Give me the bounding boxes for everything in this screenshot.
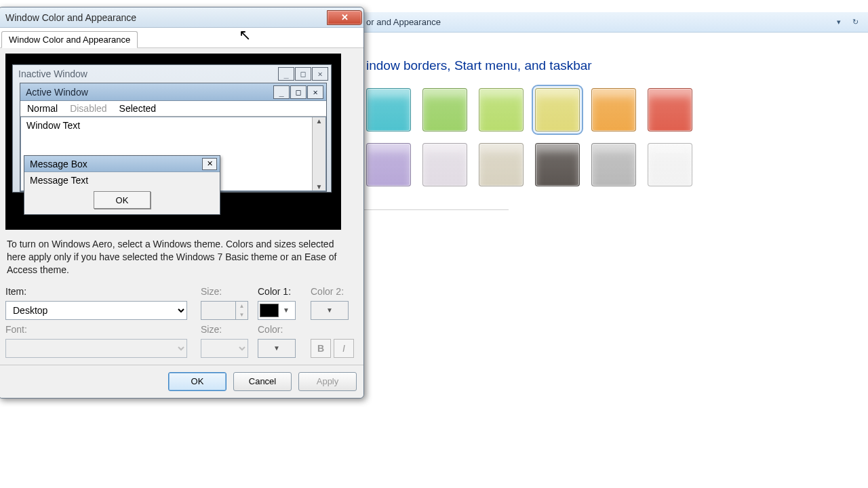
spin-down-icon: ▼: [236, 310, 248, 319]
refresh-icon[interactable]: ↻: [848, 16, 863, 28]
tab-appearance[interactable]: Window Color and Appearance: [1, 31, 138, 48]
active-window-title: Active Window: [26, 87, 88, 98]
msgbox-ok-button: OK: [94, 191, 151, 209]
dialog-titlebar[interactable]: Window Color and Appearance ✕: [0, 7, 363, 28]
menu-disabled: Disabled: [70, 103, 106, 114]
preview-active-window: Active Window _ □ ✕ Normal Disabled Sele…: [20, 83, 327, 192]
chevron-down-icon: ▼: [260, 344, 294, 352]
close-icon: ✕: [202, 158, 217, 170]
color-swatch[interactable]: [591, 88, 636, 131]
color-label: Color:: [258, 324, 305, 335]
dropdown-icon[interactable]: ▾: [831, 16, 846, 28]
item-label: Item:: [5, 286, 195, 297]
control-panel-title: or and Appearance: [366, 17, 441, 27]
color-swatch[interactable]: [479, 88, 524, 131]
scroll-down-icon: ▼: [316, 183, 323, 190]
menu-selected: Selected: [119, 103, 156, 114]
color-swatch[interactable]: [648, 88, 692, 131]
size2-label: Size:: [201, 324, 252, 335]
size-input: [201, 302, 235, 319]
color-swatch[interactable]: [366, 143, 411, 186]
item-combo[interactable]: Desktop: [5, 301, 187, 320]
color-swatch[interactable]: [479, 143, 524, 186]
msgbox-text: Message Text: [24, 172, 220, 191]
chevron-down-icon: ▼: [279, 306, 294, 314]
ok-button[interactable]: OK: [168, 372, 226, 391]
menu-normal: Normal: [27, 103, 58, 114]
minimize-icon: _: [278, 67, 294, 81]
preview-message-box: Message Box ✕ Message Text OK: [24, 155, 220, 215]
font-label: Font:: [5, 324, 195, 335]
font-size-combo: [201, 339, 248, 358]
color-swatch[interactable]: [366, 88, 411, 131]
font-color-picker: ▼: [258, 339, 296, 358]
color-swatch-grid: [366, 88, 732, 186]
cancel-button[interactable]: Cancel: [233, 372, 292, 391]
color1-picker[interactable]: ▼: [258, 301, 296, 320]
apply-button[interactable]: Apply: [298, 372, 357, 391]
tab-strip: Window Color and Appearance: [0, 28, 363, 48]
color-swatch[interactable]: [422, 143, 467, 186]
scroll-up-icon: ▲: [316, 117, 323, 125]
dialog-footer: OK Cancel Apply: [0, 365, 363, 398]
settings-form: Item: Size: Color 1: Color 2: Desktop ▲▼…: [5, 286, 357, 358]
dialog-title: Window Color and Appearance: [5, 12, 136, 23]
preview-menu: Normal Disabled Selected: [20, 101, 326, 117]
bold-button: B: [311, 339, 331, 358]
preview-inactive-window: Inactive Window _ □ ✕ Active Window _ □ …: [12, 64, 332, 192]
color2-picker: ▼: [311, 301, 349, 320]
size-label: Size:: [201, 286, 252, 297]
color-swatch[interactable]: [535, 143, 580, 186]
font-combo: [5, 339, 187, 358]
italic-button: I: [334, 339, 354, 358]
appearance-dialog: Window Color and Appearance ✕ ↖ Window C…: [0, 7, 364, 399]
spin-up-icon: ▲: [236, 302, 248, 310]
inactive-window-title: Inactive Window: [18, 68, 87, 79]
info-note: To turn on Windows Aero, select a Window…: [7, 238, 342, 277]
maximize-icon: □: [290, 85, 307, 99]
color2-label: Color 2:: [311, 286, 358, 297]
size-spinner: ▲▼: [201, 301, 248, 320]
page-heading: indow borders, Start menu, and taskbar: [366, 58, 841, 73]
color-swatch[interactable]: [648, 143, 692, 186]
preview-textarea: Window Text ▲▼ Message Box ✕ Message Tex…: [20, 117, 326, 191]
color-swatch[interactable]: [422, 88, 467, 131]
close-icon: ✕: [307, 85, 323, 99]
maximize-icon: □: [295, 67, 311, 81]
scrollbar: ▲▼: [312, 117, 326, 190]
dialog-body: Inactive Window _ □ ✕ Active Window _ □ …: [0, 48, 363, 365]
minimize-icon: _: [273, 85, 290, 99]
close-icon: ✕: [312, 67, 328, 81]
close-button[interactable]: ✕: [327, 10, 362, 25]
color-swatch[interactable]: [591, 143, 636, 186]
color1-swatch: [260, 304, 279, 317]
color-swatch[interactable]: [535, 88, 580, 131]
color1-label: Color 1:: [258, 286, 305, 297]
window-text: Window Text: [21, 117, 326, 134]
preview-area: Inactive Window _ □ ✕ Active Window _ □ …: [5, 54, 341, 230]
msgbox-title: Message Box: [30, 159, 87, 169]
chevron-down-icon: ▼: [313, 306, 347, 314]
